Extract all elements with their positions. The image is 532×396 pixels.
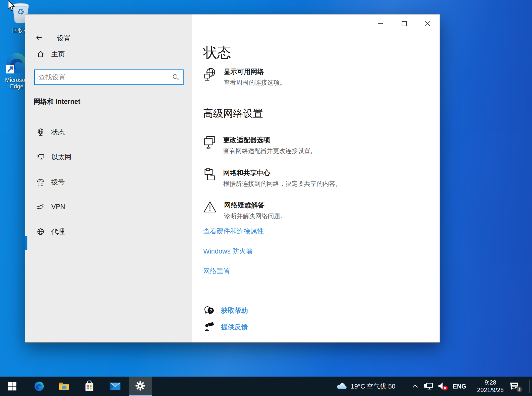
- settings-window: 设置 主页 网络和 Internet: [25, 14, 440, 343]
- get-help-label: 获取帮助: [221, 306, 248, 315]
- item-subtitle: 根据所连接到的网络，决定要共享的内容。: [223, 180, 341, 188]
- edge-taskbar-icon: [34, 381, 44, 392]
- taskbar-file-explorer-button[interactable]: [53, 377, 75, 396]
- search-input[interactable]: [35, 70, 172, 84]
- item-title: 网络疑难解答: [224, 201, 286, 210]
- settings-sidebar: 设置 主页 网络和 Internet: [25, 14, 192, 342]
- back-button[interactable]: [33, 32, 46, 43]
- close-button[interactable]: [416, 15, 439, 33]
- link-network-reset[interactable]: 网络重置: [203, 267, 230, 276]
- give-feedback-label: 提供反馈: [221, 323, 248, 331]
- svg-text:♻: ♻: [17, 7, 25, 16]
- taskbar-clock[interactable]: 9:28 2021/9/28: [471, 377, 510, 396]
- clock-date: 2021/9/28: [471, 386, 510, 394]
- taskbar-settings-button[interactable]: [129, 377, 152, 396]
- link-hardware-connection-properties[interactable]: 查看硬件和连接属性: [203, 227, 264, 236]
- tray-expand-chevron-icon[interactable]: [411, 384, 419, 389]
- search-icon[interactable]: [172, 73, 180, 81]
- give-feedback-link[interactable]: 提供反馈: [204, 322, 248, 332]
- sidebar-item-label: 代理: [51, 227, 65, 236]
- close-icon: [424, 20, 431, 27]
- sidebar-item-label: 拨号: [51, 178, 65, 187]
- change-adapter-options-item[interactable]: 更改适配器选项 查看网络适配器并更改连接设置。: [203, 135, 317, 155]
- sidebar-item-dialup[interactable]: 拨号: [25, 175, 192, 189]
- item-title: 显示可用网络: [224, 67, 286, 76]
- sidebar-item-vpn[interactable]: VPN: [25, 199, 192, 214]
- sidebar-home-label: 主页: [51, 50, 65, 59]
- back-arrow-icon: [35, 34, 44, 42]
- sidebar-item-status[interactable]: 状态: [25, 125, 192, 139]
- language-indicator[interactable]: ENG: [453, 383, 466, 390]
- screen: ♻ 回收站 Microsoft Edge 设置: [0, 0, 532, 396]
- minimize-icon: [378, 20, 384, 27]
- link-windows-firewall[interactable]: Windows 防火墙: [203, 247, 253, 256]
- item-subtitle: 查看周围的连接选项。: [224, 78, 286, 87]
- feedback-icon: [204, 322, 214, 332]
- sharing-center-icon: [203, 168, 216, 182]
- window-title: 设置: [57, 34, 70, 43]
- item-title: 网络和共享中心: [223, 168, 341, 177]
- windows-start-icon: [7, 382, 17, 391]
- available-networks-icon: [203, 67, 216, 82]
- item-title: 更改适配器选项: [223, 135, 317, 144]
- taskbar-edge-button[interactable]: [28, 377, 50, 396]
- settings-gear-icon: [135, 381, 145, 391]
- weather-cloud-icon[interactable]: [336, 382, 348, 390]
- minimize-button[interactable]: [369, 15, 393, 33]
- microsoft-store-icon: [84, 381, 94, 392]
- proxy-globe-icon: [36, 227, 45, 236]
- item-subtitle: 诊断并解决网络问题。: [224, 212, 286, 220]
- weather-status[interactable]: 19°C 空气优 50: [351, 382, 395, 391]
- maximize-icon: [401, 20, 407, 27]
- show-desktop-button[interactable]: [529, 380, 530, 393]
- mouse-cursor: [7, 0, 16, 11]
- maximize-button[interactable]: [393, 15, 416, 33]
- taskbar: 19°C 空气优 50 ENG 9:28 2021/9/28: [0, 377, 532, 396]
- sidebar-item-proxy[interactable]: 代理: [25, 224, 192, 239]
- settings-search-box[interactable]: [34, 69, 184, 85]
- file-explorer-icon: [59, 381, 69, 391]
- sidebar-item-ethernet[interactable]: 以太网: [25, 150, 192, 164]
- sidebar-section-heading: 网络和 Internet: [34, 97, 80, 106]
- notification-badge: 1: [516, 386, 523, 393]
- show-available-networks-item[interactable]: 显示可用网络 查看周围的连接选项。: [203, 67, 286, 87]
- sidebar-item-home[interactable]: 主页: [25, 47, 192, 61]
- taskbar-store-button[interactable]: [78, 377, 101, 396]
- dialup-icon: [36, 178, 45, 186]
- sidebar-item-label: VPN: [51, 203, 65, 211]
- sidebar-item-label: 状态: [51, 128, 65, 137]
- page-title: 状态: [203, 43, 231, 62]
- clock-time: 9:28: [471, 379, 510, 386]
- get-help-link[interactable]: ? 获取帮助: [204, 305, 248, 316]
- settings-content: 状态 显示可用网络 查看周围的连接选项。 高级网络设置: [192, 14, 440, 342]
- home-icon: [36, 50, 45, 58]
- svg-text:?: ?: [209, 308, 212, 313]
- tray-volume-muted-icon[interactable]: [437, 381, 448, 391]
- sidebar-item-label: 以太网: [51, 152, 71, 161]
- window-caption-buttons: [369, 15, 439, 33]
- mail-icon: [110, 382, 121, 391]
- item-subtitle: 查看网络适配器并更改连接设置。: [223, 147, 317, 155]
- get-help-icon: ?: [204, 305, 214, 316]
- taskbar-mail-button[interactable]: [104, 377, 127, 396]
- section-heading: 高级网络设置: [203, 107, 263, 120]
- vpn-icon: [36, 202, 45, 211]
- network-sharing-center-item[interactable]: 网络和共享中心 根据所连接到的网络，决定要共享的内容。: [203, 168, 341, 188]
- text-caret: [38, 73, 38, 82]
- adapter-options-icon: [203, 135, 216, 149]
- warning-triangle-icon: [203, 201, 217, 213]
- start-button[interactable]: [4, 377, 20, 396]
- status-globe-icon: [36, 128, 45, 136]
- tray-network-icon[interactable]: [423, 382, 434, 391]
- network-troubleshooter-item[interactable]: 网络疑难解答 诊断并解决网络问题。: [203, 201, 286, 220]
- ethernet-icon: [36, 153, 45, 161]
